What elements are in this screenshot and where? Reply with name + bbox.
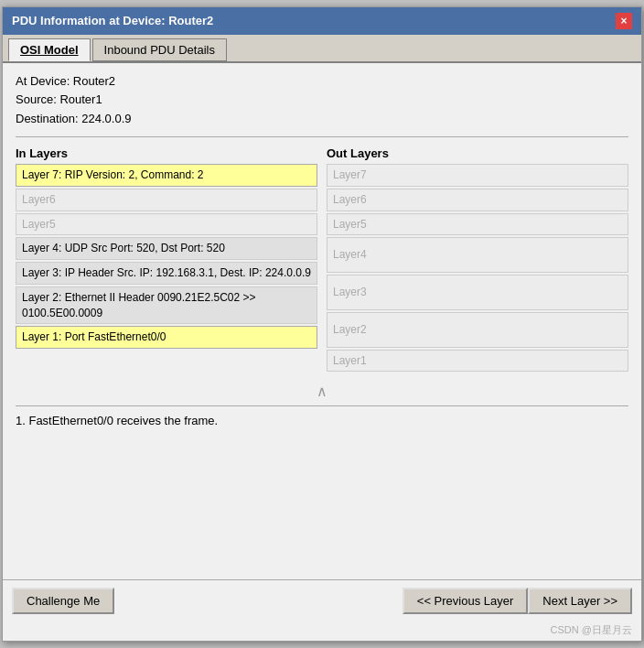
in-layer-4[interactable]: Layer 4: UDP Src Port: 520, Dst Port: 52… <box>16 237 317 260</box>
close-button[interactable]: × <box>616 13 632 29</box>
out-layer-7[interactable]: Layer7 <box>327 164 628 187</box>
watermark: CSDN @日星月云 <box>3 621 641 641</box>
out-layer-5[interactable]: Layer5 <box>327 213 628 236</box>
in-layer-3[interactable]: Layer 3: IP Header Src. IP: 192.168.3.1,… <box>16 262 317 285</box>
window-title: PDU Information at Device: Router2 <box>12 14 213 27</box>
out-layer-3[interactable]: Layer3 <box>327 275 628 310</box>
out-layer-1[interactable]: Layer1 <box>327 350 628 373</box>
in-layer-1[interactable]: Layer 1: Port FastEthernet0/0 <box>16 326 317 349</box>
prev-layer-button[interactable]: << Previous Layer <box>402 588 529 614</box>
out-layer-2[interactable]: Layer2 <box>327 312 628 348</box>
challenge-button[interactable]: Challenge Me <box>12 588 114 614</box>
layers-section: In Layers Layer 7: RIP Version: 2, Comma… <box>16 146 628 374</box>
in-layer-5[interactable]: Layer5 <box>16 213 317 236</box>
navigation-buttons: << Previous Layer Next Layer >> <box>402 588 632 614</box>
in-layers-col: In Layers Layer 7: RIP Version: 2, Comma… <box>16 146 317 374</box>
out-layer-4[interactable]: Layer4 <box>327 237 628 273</box>
out-layer-6[interactable]: Layer6 <box>327 189 628 211</box>
tab-bar: OSI Model Inbound PDU Details <box>3 35 641 63</box>
in-layer-6[interactable]: Layer6 <box>16 189 317 211</box>
device-info: At Device: Router2 Source: Router1 Desti… <box>16 72 628 137</box>
in-layer-7[interactable]: Layer 7: RIP Version: 2, Command: 2 <box>16 164 317 187</box>
at-device: At Device: Router2 <box>16 72 628 92</box>
footer: Challenge Me << Previous Layer Next Laye… <box>3 579 641 621</box>
main-content: At Device: Router2 Source: Router1 Desti… <box>3 63 641 580</box>
pdu-window: PDU Information at Device: Router2 × OSI… <box>2 6 642 643</box>
description-text: 1. FastEthernet0/0 receives the frame. <box>16 414 218 427</box>
description-area: 1. FastEthernet0/0 receives the frame. <box>16 405 628 570</box>
out-layers-col: Out Layers Layer7 Layer6 Layer5 Layer4 L… <box>327 146 628 374</box>
source: Source: Router1 <box>16 91 628 110</box>
in-layer-2[interactable]: Layer 2: Ethernet II Header 0090.21E2.5C… <box>16 286 317 325</box>
tab-inbound[interactable]: Inbound PDU Details <box>92 38 227 61</box>
out-layers-header: Out Layers <box>327 146 628 160</box>
title-bar: PDU Information at Device: Router2 × <box>3 7 641 35</box>
tab-osi[interactable]: OSI Model <box>8 38 91 61</box>
arrow-indicator: ∧ <box>16 381 628 402</box>
in-layers-header: In Layers <box>16 146 317 160</box>
next-layer-button[interactable]: Next Layer >> <box>528 588 632 614</box>
destination: Destination: 224.0.0.9 <box>16 110 628 129</box>
